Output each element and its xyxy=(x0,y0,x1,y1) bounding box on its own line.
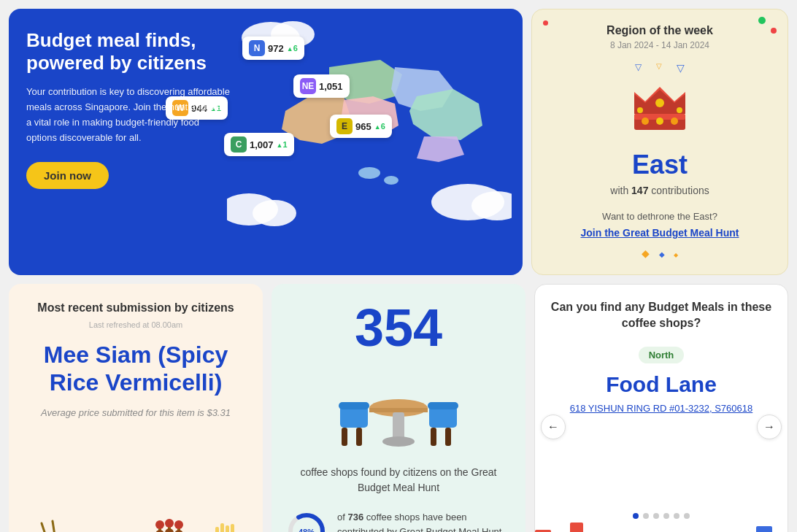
svg-point-12 xyxy=(642,117,649,125)
svg-point-34 xyxy=(174,530,183,533)
svg-point-6 xyxy=(358,167,380,179)
finder-address[interactable]: 618 YISHUN RING RD #01-3232, S760618 xyxy=(570,403,753,414)
svg-point-17 xyxy=(677,107,682,113)
dot-6[interactable] xyxy=(684,513,690,519)
svg-point-16 xyxy=(637,107,643,113)
great-budget-hunt-link[interactable]: Join the Great Budget Meal Hunt xyxy=(580,227,739,239)
join-now-button[interactable]: Join now xyxy=(26,162,109,189)
svg-rect-43 xyxy=(339,402,369,409)
finder-region-badge: North xyxy=(639,347,685,363)
svg-point-7 xyxy=(384,176,398,185)
dethrone-text: Want to dethrone the East? xyxy=(547,211,773,222)
svg-line-20 xyxy=(53,521,56,533)
svg-point-28 xyxy=(155,530,164,533)
svg-point-5 xyxy=(253,200,296,226)
svg-point-33 xyxy=(174,520,183,529)
region-badge-ne: NE 1,051 xyxy=(293,74,350,98)
svg-rect-47 xyxy=(428,402,458,409)
crown-illustration xyxy=(547,81,773,142)
food-price: Average price submitted for this item is… xyxy=(23,407,248,418)
svg-text:48%: 48% xyxy=(299,528,315,532)
food-illustrations xyxy=(9,498,263,533)
buildings-left xyxy=(535,523,583,533)
hero-title: Budget meal finds, powered by citizens xyxy=(26,29,231,74)
svg-point-15 xyxy=(655,99,664,107)
finder-pagination-dots xyxy=(633,513,690,533)
svg-rect-51 xyxy=(369,408,428,412)
svg-point-27 xyxy=(155,520,164,529)
prev-shop-button[interactable]: ← xyxy=(541,415,566,439)
coffee-shops-card: 354 coffee shops found by c xyxy=(272,284,525,532)
region-badge-c: C 1,007 1 xyxy=(224,133,294,156)
dot-2[interactable] xyxy=(643,513,649,519)
svg-rect-40 xyxy=(231,524,234,533)
svg-rect-45 xyxy=(356,428,362,446)
refresh-time: Last refreshed at 08.00am xyxy=(23,320,248,329)
svg-point-13 xyxy=(656,117,663,125)
dot-4[interactable] xyxy=(663,513,669,519)
hero-text-block: Budget meal finds, powered by citizens Y… xyxy=(26,29,231,189)
food-item-name: Mee Siam (Spicy Rice Vermicelli) xyxy=(23,341,248,397)
svg-point-53 xyxy=(382,436,415,447)
svg-rect-48 xyxy=(431,428,436,446)
hero-description: Your contribution is key to discovering … xyxy=(26,85,231,145)
coffee-progress-row: 48% of 736 coffee shops have been contri… xyxy=(286,510,511,532)
dot-3[interactable] xyxy=(653,513,659,519)
hero-card: Budget meal finds, powered by citizens Y… xyxy=(9,9,523,275)
finder-title: Can you find any Budget Meals in these c… xyxy=(550,299,773,332)
region-contributions: with 147 contributions xyxy=(547,185,773,196)
svg-rect-38 xyxy=(220,523,224,533)
svg-line-19 xyxy=(42,523,49,533)
svg-rect-44 xyxy=(342,428,347,446)
svg-point-14 xyxy=(671,117,678,125)
submissions-title: Most recent submission by citizens xyxy=(23,301,248,315)
finder-card: Can you find any Budget Meals in these c… xyxy=(534,284,788,532)
region-name: East xyxy=(547,150,773,180)
svg-point-31 xyxy=(165,528,174,533)
submissions-card: Most recent submission by citizens Last … xyxy=(9,284,263,532)
svg-rect-39 xyxy=(226,525,229,533)
progress-description: of 736 coffee shops have been contribute… xyxy=(337,510,511,532)
next-shop-button[interactable]: → xyxy=(757,415,782,439)
dot-1[interactable] xyxy=(633,513,639,519)
coffee-table-illustration xyxy=(333,373,464,453)
region-of-week-card: Region of the week 8 Jan 2024 - 14 Jan 2… xyxy=(531,9,788,275)
region-badge-n: N 972 6 xyxy=(242,36,304,60)
finder-shop-name: Food Lane xyxy=(606,372,717,397)
svg-rect-49 xyxy=(445,428,451,446)
buildings-right xyxy=(739,526,788,533)
region-of-week-date: 8 Jan 2024 - 14 Jan 2024 xyxy=(547,40,773,50)
coffee-shops-description: coffee shops found by citizens on the Gr… xyxy=(286,465,511,496)
bottom-row: Most recent submission by citizens Last … xyxy=(9,284,788,532)
svg-point-30 xyxy=(165,519,174,528)
region-of-week-title: Region of the week xyxy=(547,24,773,37)
coffee-shops-count: 354 xyxy=(355,301,442,354)
progress-circle-chart: 48% xyxy=(286,511,327,532)
svg-rect-37 xyxy=(215,527,219,533)
dot-5[interactable] xyxy=(674,513,679,519)
region-badge-e: E 965 6 xyxy=(330,115,392,138)
